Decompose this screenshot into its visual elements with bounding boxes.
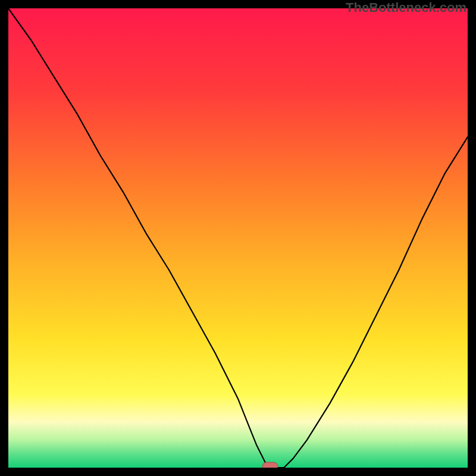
plot-area [8, 8, 468, 468]
chart-svg [8, 8, 468, 468]
watermark-text: TheBottleneck.com [346, 0, 466, 15]
chart-frame: TheBottleneck.com [0, 0, 476, 476]
optimal-marker [262, 462, 278, 468]
